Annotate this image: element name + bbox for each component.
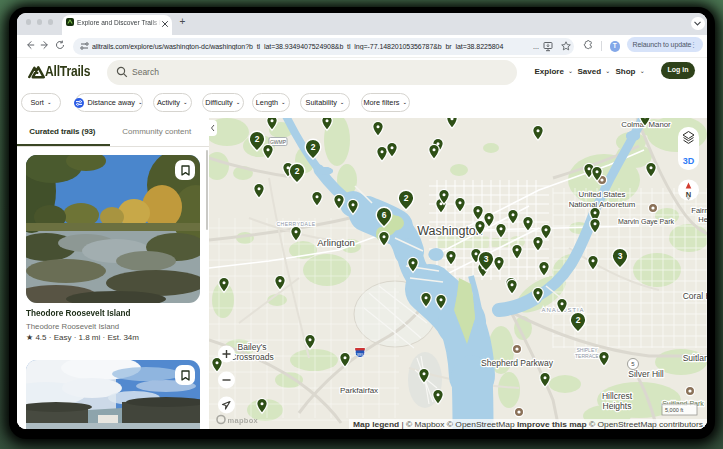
svg-text:3: 3	[618, 251, 623, 261]
svg-text:2: 2	[311, 142, 316, 152]
svg-text:N: N	[686, 190, 691, 199]
svg-text:Fairmo: Fairmo	[691, 206, 707, 215]
svg-text:Arlington: Arlington	[317, 237, 355, 248]
svg-text:Map legend | © Mapbox © OpenSt: Map legend | © Mapbox © OpenStreetMap Im…	[353, 421, 704, 429]
svg-text:Washington: Washington	[417, 224, 483, 238]
svg-text:GWMP: GWMP	[270, 139, 287, 145]
svg-text:5,000 ft: 5,000 ft	[665, 407, 684, 413]
svg-text:mapbox: mapbox	[228, 416, 259, 425]
svg-text:Hillcrest: Hillcrest	[602, 391, 633, 401]
svg-text:Crossroads: Crossroads	[230, 352, 273, 362]
svg-text:Suitland: Suitland	[683, 353, 707, 363]
svg-text:TERRACE: TERRACE	[575, 353, 600, 359]
svg-text:Marvin Gaye Park: Marvin Gaye Park	[618, 218, 675, 226]
svg-text:Coral Hil: Coral Hil	[683, 291, 707, 301]
svg-text:2: 2	[576, 315, 581, 325]
svg-text:3: 3	[484, 254, 489, 264]
svg-text:3D: 3D	[683, 156, 695, 166]
svg-text:395: 395	[357, 352, 365, 357]
svg-text:2: 2	[255, 134, 260, 144]
svg-text:Heights: Heights	[603, 401, 632, 411]
svg-text:Silver Hill: Silver Hill	[628, 369, 664, 379]
svg-text:2: 2	[404, 193, 409, 203]
svg-text:2: 2	[295, 166, 300, 176]
svg-text:National Arboretum: National Arboretum	[569, 200, 636, 209]
svg-text:Shepherd Parkway: Shepherd Parkway	[481, 358, 554, 368]
svg-text:United States: United States	[579, 190, 626, 199]
svg-text:6: 6	[382, 210, 387, 220]
svg-text:Bailey's: Bailey's	[237, 342, 266, 352]
svg-text:Parkfairfax: Parkfairfax	[340, 386, 378, 395]
svg-text:Heig: Heig	[698, 215, 707, 224]
